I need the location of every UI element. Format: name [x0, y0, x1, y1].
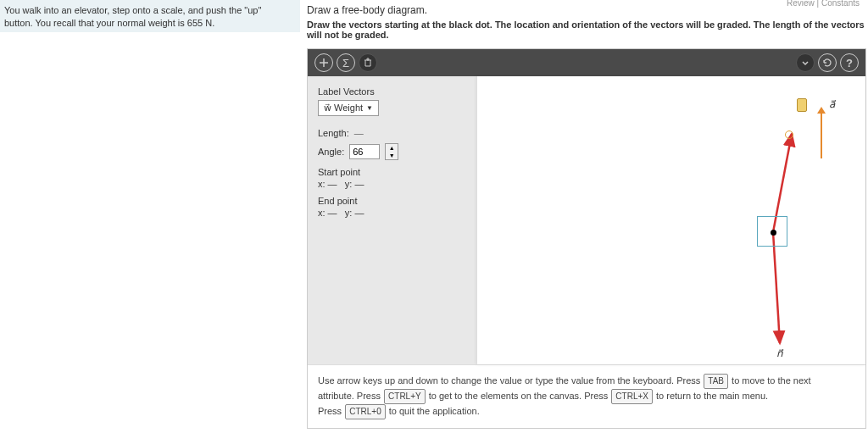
sigma-icon: Σ [342, 57, 349, 69]
sigma-button[interactable]: Σ [337, 53, 355, 72]
end-x: x: — [318, 208, 337, 218]
length-label: Length: [318, 128, 349, 138]
angle-down-button[interactable]: ▼ [386, 152, 398, 159]
acceleration-arrow[interactable] [821, 113, 822, 158]
label-vectors-title: Label Vectors [318, 86, 467, 97]
label-a: a⃗ [829, 98, 835, 110]
key-tab: TAB [704, 374, 728, 389]
black-dot[interactable] [771, 230, 776, 236]
trash-button[interactable] [359, 53, 377, 72]
instruction-title: Draw a free-body diagram. [307, 4, 866, 16]
length-value: — [354, 128, 364, 138]
weight-dropdown-label: w⃗ Weight [324, 103, 363, 114]
palette-weight-icon[interactable] [797, 98, 807, 112]
instruction-bold: Draw the vectors starting at the black d… [307, 19, 866, 40]
end-point-heading: End point [318, 196, 467, 206]
workspace: Σ ? Label Vectors w⃗ Weight [307, 48, 866, 429]
start-point-heading: Start point [318, 167, 467, 177]
angle-spinner[interactable]: ▲ ▼ [385, 143, 398, 160]
start-x: x: — [318, 179, 337, 189]
reset-button[interactable] [818, 53, 837, 72]
help-button[interactable]: ? [840, 53, 859, 72]
vector-handle[interactable] [785, 130, 793, 139]
angle-up-button[interactable]: ▲ [386, 144, 398, 152]
toolbar: Σ ? [308, 49, 865, 76]
add-button[interactable] [314, 53, 333, 72]
start-y: y: — [345, 179, 364, 189]
help-text: Use arrow keys up and down to change the… [308, 364, 865, 428]
expand-button[interactable] [796, 53, 815, 72]
angle-input[interactable] [349, 144, 380, 159]
problem-text: You walk into an elevator, step onto a s… [4, 5, 261, 28]
weight-dropdown[interactable]: w⃗ Weight ▼ [318, 100, 379, 116]
problem-statement: You walk into an elevator, step onto a s… [0, 0, 300, 32]
label-n: n⃗ [776, 347, 783, 359]
red-vector-down[interactable] [773, 232, 780, 343]
angle-label: Angle: [318, 147, 344, 157]
key-ctrlx: CTRL+X [611, 389, 653, 404]
drawing-canvas[interactable]: a⃗ n⃗ [477, 76, 865, 364]
side-controls: Label Vectors w⃗ Weight ▼ Length: — Angl… [308, 76, 477, 364]
key-ctrly: CTRL+Y [384, 389, 426, 404]
end-y: y: — [345, 208, 364, 218]
top-links[interactable]: Review | Constants [787, 0, 860, 8]
key-ctrl0: CTRL+0 [345, 404, 386, 419]
chevron-down-icon: ▼ [366, 104, 373, 112]
vector-svg [477, 76, 865, 364]
